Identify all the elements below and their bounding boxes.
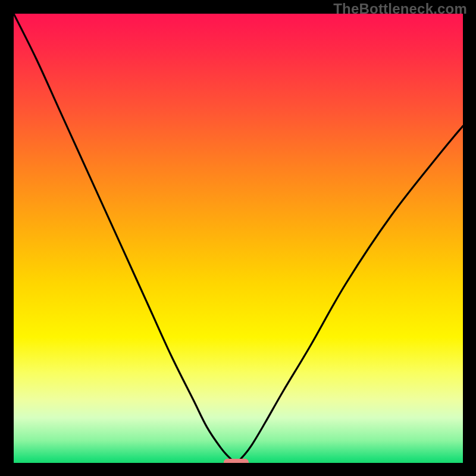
bottleneck-curve-svg xyxy=(14,14,463,463)
bottleneck-curve-path xyxy=(14,14,463,462)
plot-area xyxy=(14,14,463,463)
optimal-point-marker xyxy=(224,459,249,464)
attribution-label: TheBottleneck.com xyxy=(333,1,467,17)
chart-frame: TheBottleneck.com xyxy=(0,0,476,476)
